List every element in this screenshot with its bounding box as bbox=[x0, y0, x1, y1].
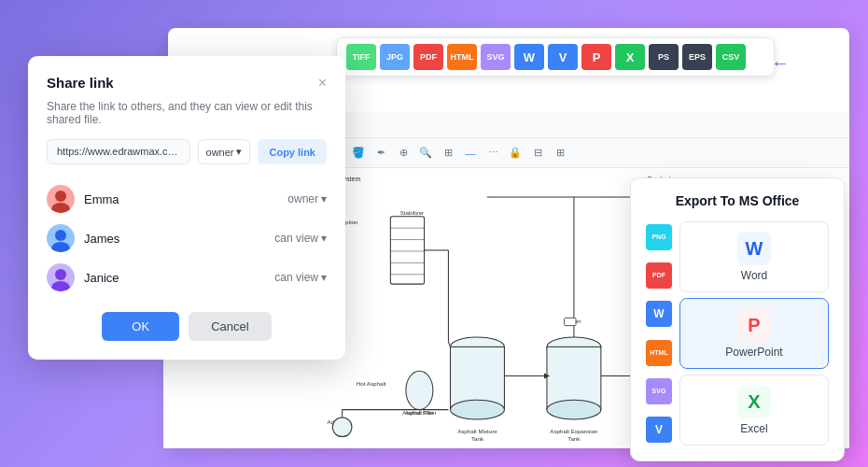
powerpoint-label: PowerPoint bbox=[725, 346, 782, 359]
role-dropdown-emma[interactable]: owner ▾ bbox=[287, 192, 327, 205]
format-html[interactable]: HTML bbox=[447, 44, 477, 70]
user-row: Emma owner ▾ bbox=[47, 179, 327, 219]
toolbar-line[interactable]: — bbox=[462, 145, 479, 162]
export-panel-title: Export To MS Office bbox=[646, 193, 829, 208]
format-ps[interactable]: PS bbox=[649, 44, 679, 70]
avatar bbox=[47, 263, 75, 291]
export-excel[interactable]: X Excel bbox=[679, 375, 829, 446]
svg-point-37 bbox=[406, 371, 433, 409]
toolbar-fill[interactable]: 🪣 bbox=[350, 145, 367, 162]
toolbar-pen[interactable]: ✒ bbox=[372, 145, 389, 162]
ok-button[interactable]: OK bbox=[102, 312, 179, 341]
format-svg[interactable]: SVG bbox=[481, 44, 511, 70]
owner-dropdown[interactable]: owner ▾ bbox=[198, 139, 251, 164]
side-icon-svg[interactable]: SVG bbox=[646, 378, 672, 404]
toolbar-zoom-in[interactable]: 🔍 bbox=[417, 145, 434, 162]
svg-point-60 bbox=[55, 269, 66, 280]
dialog-header: Share link × bbox=[47, 75, 327, 91]
svg-rect-50 bbox=[565, 318, 576, 325]
user-name: Janice bbox=[84, 271, 265, 285]
side-icons: PNG PDF W HTML SVG V bbox=[646, 221, 672, 446]
dialog-actions: OK Cancel bbox=[47, 312, 327, 341]
word-label: Word bbox=[741, 269, 767, 282]
chevron-down-icon: ▾ bbox=[321, 192, 327, 205]
svg-text:Tank: Tank bbox=[567, 435, 581, 442]
format-pdf[interactable]: PDF bbox=[413, 44, 443, 70]
user-row: Janice can view ▾ bbox=[47, 258, 327, 297]
share-dialog: Share link × Share the link to others, a… bbox=[28, 56, 345, 360]
toolbar-plus[interactable]: ⊕ bbox=[395, 145, 412, 162]
side-icon-word[interactable]: W bbox=[646, 301, 672, 327]
excel-label: Excel bbox=[740, 422, 767, 435]
format-word[interactable]: W bbox=[514, 44, 544, 70]
svg-text:Stabilizer: Stabilizer bbox=[400, 209, 424, 216]
format-csv[interactable]: CSV bbox=[716, 44, 746, 70]
toolbar-dash[interactable]: ⋯ bbox=[484, 145, 501, 162]
export-panel: Export To MS Office PNG PDF W HTML SVG V… bbox=[630, 177, 845, 461]
avatar bbox=[47, 224, 75, 252]
format-jpg[interactable]: JPG bbox=[380, 44, 410, 70]
arrow-indicator: ← bbox=[771, 52, 790, 74]
cancel-button[interactable]: Cancel bbox=[189, 312, 271, 341]
chevron-down-icon: ▾ bbox=[321, 271, 327, 284]
format-ppt[interactable]: P bbox=[581, 44, 611, 70]
format-toolbar: TIFF JPG PDF HTML SVG W V P X PS EPS CSV bbox=[336, 37, 775, 77]
chevron-down-icon: ▾ bbox=[236, 146, 242, 158]
side-icon-png[interactable]: PNG bbox=[646, 224, 672, 250]
toolbar-grid[interactable]: ⊞ bbox=[552, 145, 568, 162]
export-powerpoint[interactable]: P PowerPoint bbox=[679, 298, 829, 369]
role-dropdown-janice[interactable]: can view ▾ bbox=[274, 271, 327, 284]
excel-icon: X bbox=[737, 385, 771, 418]
svg-text:Asphalt Filter: Asphalt Filter bbox=[405, 410, 433, 416]
svg-point-61 bbox=[51, 281, 70, 291]
svg-point-20 bbox=[547, 400, 601, 419]
powerpoint-icon: P bbox=[737, 308, 771, 342]
avatar bbox=[47, 185, 75, 213]
svg-point-59 bbox=[51, 242, 70, 252]
format-eps[interactable]: EPS bbox=[682, 44, 712, 70]
user-list: Emma owner ▾ James can view ▾ bbox=[47, 179, 327, 297]
side-icon-visio[interactable]: V bbox=[646, 417, 672, 443]
chevron-down-icon: ▾ bbox=[321, 232, 327, 245]
svg-text:Asphalt Mixture: Asphalt Mixture bbox=[457, 428, 497, 434]
dialog-title: Share link bbox=[47, 75, 114, 91]
owner-label: owner bbox=[206, 147, 234, 158]
word-icon: W bbox=[737, 232, 771, 265]
close-icon[interactable]: × bbox=[318, 76, 327, 91]
export-content: PNG PDF W HTML SVG V W Word P PowerPoint… bbox=[646, 221, 829, 446]
svg-point-58 bbox=[55, 230, 66, 241]
svg-text:Hot Asphalt: Hot Asphalt bbox=[357, 380, 386, 387]
export-word[interactable]: W Word bbox=[679, 221, 829, 292]
link-input[interactable]: https://www.edrawmax.com/online/fil bbox=[47, 139, 190, 164]
svg-point-14 bbox=[451, 400, 505, 419]
copy-link-button[interactable]: Copy link bbox=[258, 139, 327, 164]
side-icon-pdf[interactable]: PDF bbox=[646, 262, 672, 289]
side-icon-html[interactable]: HTML bbox=[646, 340, 672, 366]
svg-point-57 bbox=[51, 203, 70, 213]
dialog-subtitle: Share the link to others, and they can v… bbox=[47, 100, 327, 126]
user-row: James can view ▾ bbox=[47, 219, 327, 258]
svg-point-39 bbox=[332, 417, 352, 437]
format-excel[interactable]: X bbox=[615, 44, 645, 70]
toolbar-lock[interactable]: 🔒 bbox=[507, 145, 524, 162]
svg-text:Asphalt Expansion: Asphalt Expansion bbox=[550, 428, 598, 434]
toolbar-table[interactable]: ⊟ bbox=[529, 145, 546, 162]
svg-point-56 bbox=[55, 191, 66, 202]
link-row: https://www.edrawmax.com/online/fil owne… bbox=[47, 139, 327, 164]
format-tiff[interactable]: TIFF bbox=[346, 44, 376, 70]
export-items: W Word P PowerPoint X Excel bbox=[679, 221, 829, 446]
role-dropdown-james[interactable]: can view ▾ bbox=[274, 232, 327, 245]
svg-text:Tank: Tank bbox=[471, 435, 484, 442]
user-name: Emma bbox=[84, 192, 278, 206]
svg-text:Pre-sheating Machine: Pre-sheating Machine bbox=[469, 447, 525, 448]
toolbar-image[interactable]: ⊞ bbox=[440, 145, 456, 162]
format-visio[interactable]: V bbox=[548, 44, 578, 70]
user-name: James bbox=[84, 232, 265, 246]
